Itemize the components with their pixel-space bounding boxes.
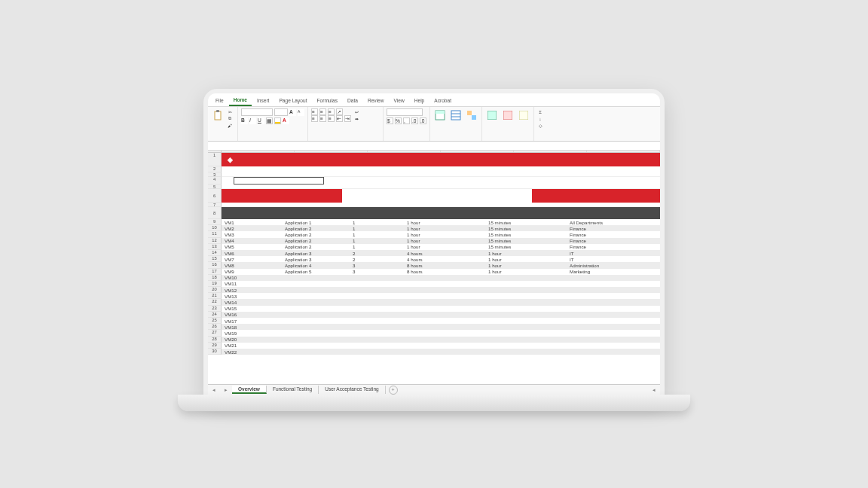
percent-button[interactable]: % [395, 117, 402, 124]
ribbon-tab-file[interactable]: File [211, 96, 228, 105]
ribbon-tab-insert[interactable]: Insert [252, 96, 274, 105]
ribbon-tab-data[interactable]: Data [343, 96, 362, 105]
ribbon-tab-formulas[interactable]: Formulas [312, 96, 341, 105]
ribbon-tab-view[interactable]: View [390, 96, 409, 105]
decrease-font-button[interactable]: A [298, 109, 304, 116]
format-as-table-button[interactable] [449, 108, 463, 123]
number-format-select[interactable] [387, 108, 423, 116]
font-color-button[interactable]: A [283, 117, 289, 124]
table-row[interactable]: VM7Application 324 hours1 hourIT [222, 256, 660, 262]
decrease-decimal-button[interactable]: .0 [420, 117, 426, 124]
sheet-nav-next[interactable]: ▸ [220, 387, 232, 393]
column-header[interactable] [587, 151, 660, 152]
increase-font-button[interactable]: A [289, 109, 296, 116]
wrap-icon: ↩ [353, 109, 359, 115]
merge-center-button[interactable]: ⬌ [353, 115, 361, 122]
ribbon-tab-help[interactable]: Help [410, 96, 429, 105]
align-left-button[interactable]: ≡ [311, 115, 318, 122]
laptop-frame: FileHomeInsertPage LayoutFormulasDataRev… [203, 89, 665, 399]
merge-icon: ⬌ [353, 116, 359, 122]
font-name-select[interactable] [241, 108, 273, 116]
formula-bar [208, 142, 660, 151]
underline-button[interactable]: U [258, 117, 264, 124]
scissors-icon: ✂ [227, 109, 233, 115]
increase-decimal-button[interactable]: .0 [411, 117, 418, 124]
table-row[interactable]: VM17 [222, 318, 660, 324]
page-title [222, 166, 660, 172]
paste-button[interactable] [211, 108, 225, 123]
sheet-tab-functional-testing[interactable]: Functional Testing [267, 386, 319, 394]
excel-window: FileHomeInsertPage LayoutFormulasDataRev… [208, 93, 660, 395]
table-row[interactable]: VM11 [222, 281, 660, 287]
align-bottom-button[interactable]: ≡ [328, 108, 335, 115]
indent-right-button[interactable]: ⇥ [344, 115, 351, 122]
align-right-button[interactable]: ≡ [328, 115, 335, 122]
table-row[interactable]: VM13 [222, 293, 660, 299]
clear-button[interactable]: ◇ [537, 122, 545, 129]
table-row[interactable]: VM9Application 538 hours1 hourMarketing [222, 269, 660, 275]
table-row[interactable]: VM21 [222, 343, 660, 349]
format-icon [518, 110, 529, 120]
table-row[interactable]: VM22 [222, 349, 660, 355]
column-header[interactable] [295, 151, 368, 152]
align-center-button[interactable]: ≡ [319, 115, 326, 122]
svg-rect-7 [467, 111, 472, 115]
orientation-button[interactable]: ↗ [336, 108, 343, 115]
sheet-nav-prev[interactable]: ◂ [208, 387, 220, 393]
ribbon-tab-home[interactable]: Home [229, 95, 252, 106]
goto-functional-testing-button[interactable] [222, 189, 342, 203]
comma-button[interactable]: , [403, 117, 410, 124]
format-painter-button[interactable]: 🖌 [227, 122, 234, 129]
table-row[interactable]: VM6Application 324 hours1 hourIT [222, 250, 660, 256]
borders-button[interactable]: ▦ [266, 117, 273, 124]
format-cells-button[interactable] [517, 108, 530, 123]
align-middle-button[interactable]: ≡ [319, 108, 326, 115]
column-header[interactable] [441, 151, 514, 152]
indent-left-button[interactable]: ⇤ [336, 115, 343, 122]
table-row[interactable]: VM8Application 438 hours1 hourAdministra… [222, 262, 660, 268]
table-row[interactable]: VM19 [222, 330, 660, 336]
worksheet[interactable]: 1◈ 2 3 4 5 6 7 8 9VM1Application 111 hou… [208, 153, 660, 384]
company-name-input[interactable] [234, 177, 324, 185]
insert-cells-button[interactable] [485, 108, 499, 123]
wrap-text-button[interactable]: ↩ [353, 108, 361, 115]
table-row[interactable]: VM2Application 211 hour15 minutesFinance [222, 225, 660, 231]
fill-color-button[interactable] [274, 117, 281, 124]
table-row[interactable]: VM15 [222, 306, 660, 312]
ribbon-tab-review[interactable]: Review [363, 96, 389, 105]
column-header[interactable] [514, 151, 587, 152]
table-row[interactable]: VM1Application 111 hour15 minutesAll Dep… [222, 219, 660, 225]
bold-button[interactable]: B [241, 117, 248, 124]
cell-styles-button[interactable] [465, 108, 478, 123]
copy-button[interactable]: ⧉ [227, 115, 234, 122]
table-row[interactable]: VM5Application 211 hour15 minutesFinance [222, 244, 660, 250]
sheet-tab-overview[interactable]: Overview [232, 386, 267, 394]
group-label-clipboard [211, 140, 234, 141]
table-row[interactable]: VM3Application 211 hour15 minutesFinance [222, 231, 660, 237]
sheet-tab-user-acceptance-testing[interactable]: User Acceptance Testing [319, 386, 385, 394]
table-row[interactable]: VM20 [222, 337, 660, 343]
table-row[interactable]: VM18 [222, 324, 660, 330]
table-row[interactable]: VM10 [222, 275, 660, 281]
scroll-left[interactable]: ◂ [648, 387, 660, 393]
fill-button[interactable]: ↓ [537, 115, 545, 122]
column-header[interactable] [368, 151, 441, 152]
goto-user-acceptance-testing-button[interactable] [532, 189, 660, 203]
table-row[interactable]: VM12 [222, 287, 660, 293]
conditional-formatting-button[interactable] [433, 108, 447, 123]
currency-button[interactable]: $ [387, 117, 393, 124]
italic-button[interactable]: I [249, 117, 256, 124]
autosum-button[interactable]: Σ [537, 108, 545, 115]
cut-button[interactable]: ✂ [227, 108, 234, 115]
select-all-corner[interactable] [208, 151, 222, 152]
column-header[interactable] [222, 151, 295, 152]
ribbon-tab-acrobat[interactable]: Acrobat [429, 96, 456, 105]
table-row[interactable]: VM14 [222, 299, 660, 305]
font-size-select[interactable] [274, 108, 288, 116]
new-sheet-button[interactable]: + [389, 386, 398, 395]
align-top-button[interactable]: ≡ [311, 108, 318, 115]
ribbon-tab-page-layout[interactable]: Page Layout [274, 96, 311, 105]
table-row[interactable]: VM16 [222, 312, 660, 318]
delete-cells-button[interactable] [501, 108, 515, 123]
table-row[interactable]: VM4Application 211 hour15 minutesFinance [222, 238, 660, 244]
